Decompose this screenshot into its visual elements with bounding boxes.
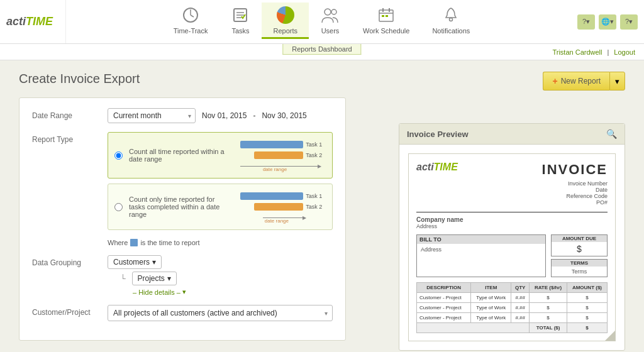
clock-icon [180, 5, 201, 25]
report-option-1-text: Count all time reported within a date ra… [129, 148, 230, 163]
invoice-ref-label: Reference Code [542, 193, 608, 199]
help-icon-1[interactable]: ?▾ [577, 14, 595, 30]
form-area: Date Range Current month Previous month … [19, 97, 346, 341]
plus-icon: + [552, 76, 557, 86]
invoice-meta-right: Invoice Number Date Reference Code PO# [542, 180, 608, 206]
invoice-preview-panel: Invoice Preview 🔍 actiTIME INVOICE Invoi… [399, 123, 625, 351]
row1-desc: Customer - Project [417, 293, 471, 303]
main-content: Create Invoice Export + New Report ▾ Dat… [0, 60, 644, 352]
invoice-logo: actiTIME [416, 162, 458, 173]
nav-label-work-schedule: Work Schedule [363, 27, 409, 35]
grouping-item-hide-details: – Hide details – ▾ [108, 288, 333, 296]
invoice-po-label: PO# [542, 199, 608, 206]
new-report-dropdown-button[interactable]: ▾ [609, 72, 625, 91]
invoice-preview-header: Invoice Preview 🔍 [399, 124, 625, 145]
row2-item: Type of Work [471, 303, 511, 313]
legend-square-icon [130, 239, 138, 246]
globe-icon[interactable]: 🌐▾ [599, 14, 616, 30]
calendar-icon [376, 5, 396, 25]
logo-part2: TIME [26, 15, 53, 28]
new-report-label: New Report [561, 77, 601, 85]
invoice-logo-part1: acti [416, 162, 434, 172]
invoice-body: actiTIME INVOICE Invoice Number Date Ref… [399, 145, 625, 350]
data-grouping-label: Data Grouping [32, 255, 108, 267]
date-separator: - [253, 111, 255, 120]
total-label: TOTAL ($) [530, 323, 567, 333]
row3-desc: Customer - Project [417, 313, 471, 323]
total-value: $ [567, 323, 607, 333]
task1-bar [240, 141, 303, 148]
terms-value: Terms [553, 268, 605, 275]
row3-amount: $ [567, 313, 607, 323]
bill-to-address: Address [421, 246, 541, 253]
table-row: Customer - Project Type of Work #.## $ $ [417, 313, 608, 323]
bill-amount-row: BILL TO Address AMOUNT DUE $ TERMS Terms [416, 234, 608, 277]
report-option-2-radio[interactable] [114, 203, 123, 211]
invoice-search-icon[interactable]: 🔍 [606, 129, 617, 139]
nav-item-tasks[interactable]: Tasks [219, 3, 262, 39]
grouping-item-projects: └ Projects ▾ [108, 272, 333, 285]
gantt-preview-1: Task 1 Task 2 ▶ date range [236, 138, 326, 173]
customer-project-control: All projects of all customers (active an… [108, 305, 333, 321]
nav-menu: Time-Track Tasks Repor [66, 0, 577, 43]
help-icon-2[interactable]: ?▾ [620, 14, 638, 30]
customers-select[interactable]: Customers ▾ [108, 255, 162, 269]
date-range-row: Date Range Current month Previous month … [32, 108, 333, 123]
is-the-time-label: is the time to report [140, 239, 199, 246]
data-grouping-control: Customers ▾ └ Projects ▾ – Hide deta [108, 255, 333, 296]
customer-project-row: Customer/Project All projects of all cus… [32, 305, 333, 321]
user-name-link[interactable]: Tristan Cardwell [552, 48, 602, 56]
date-to-display: Nov 30, 2015 [262, 111, 306, 120]
col-description: DESCRIPTION [417, 283, 471, 293]
nav-item-notifications[interactable]: Notifications [421, 3, 481, 39]
projects-arrow-icon: ▾ [167, 274, 171, 283]
app-logo: actiTIME [6, 0, 66, 43]
nav-label-notifications: Notifications [432, 27, 470, 35]
hide-details-link[interactable]: – Hide details – ▾ [133, 288, 186, 296]
row3-rate: $ [530, 313, 567, 323]
report-type-row: Report Type Count all time reported with… [32, 132, 333, 246]
nav-item-users[interactable]: Users [309, 3, 352, 39]
date-range-select[interactable]: Current month Previous month Custom rang… [108, 108, 196, 123]
amount-due-box: AMOUNT DUE $ [551, 234, 608, 256]
projects-label: Projects [138, 274, 165, 283]
company-info: Company name Address [416, 216, 608, 229]
date-from-display: Nov 01, 2015 [202, 111, 247, 120]
invoice-document: actiTIME INVOICE Invoice Number Date Ref… [408, 153, 616, 341]
logout-link[interactable]: Logout [614, 48, 635, 56]
nav-label-users: Users [321, 27, 340, 35]
where-legend: Where is the time to report [108, 239, 333, 246]
row2-desc: Customer - Project [417, 303, 471, 313]
nav-item-time-track[interactable]: Time-Track [162, 3, 219, 39]
grouping-indent-icon: └ [120, 274, 126, 283]
where-label: Where [108, 239, 128, 246]
nav-label-tasks: Tasks [231, 27, 249, 35]
svg-point-15 [450, 18, 453, 21]
nav-item-work-schedule[interactable]: Work Schedule [352, 3, 421, 39]
new-report-button-group: + New Report ▾ [543, 72, 625, 91]
customer-project-select[interactable]: All projects of all customers (active an… [108, 305, 333, 321]
task2-bar-2 [254, 203, 304, 211]
reports-dashboard-label: Reports Dashboard [282, 44, 361, 55]
task1-bar-2 [240, 192, 303, 200]
invoice-divider [416, 212, 608, 212]
report-type-control: Count all time reported within a date ra… [108, 132, 333, 246]
svg-point-7 [325, 9, 331, 15]
report-option-1-radio[interactable] [114, 151, 123, 160]
nav-item-reports[interactable]: Reports [262, 3, 309, 39]
row1-rate: $ [530, 293, 567, 303]
date-range-label: Date Range [32, 108, 108, 120]
hide-details-arrow-icon: ▾ [182, 288, 186, 296]
invoice-preview-title: Invoice Preview [407, 129, 469, 139]
projects-select[interactable]: Projects ▾ [132, 272, 177, 285]
report-type-label: Report Type [32, 132, 108, 144]
bill-to-box: BILL TO Address [416, 234, 546, 277]
col-rate: RATE ($/hr) [530, 283, 567, 293]
task2-bar [254, 151, 304, 159]
terms-box: TERMS Terms [551, 259, 608, 277]
col-qty: QTY [511, 283, 530, 293]
svg-rect-13 [382, 15, 384, 17]
new-report-button[interactable]: + New Report [543, 72, 609, 91]
row1-item: Type of Work [471, 293, 511, 303]
report-option-2: Count only time reported for tasks compl… [108, 184, 333, 230]
